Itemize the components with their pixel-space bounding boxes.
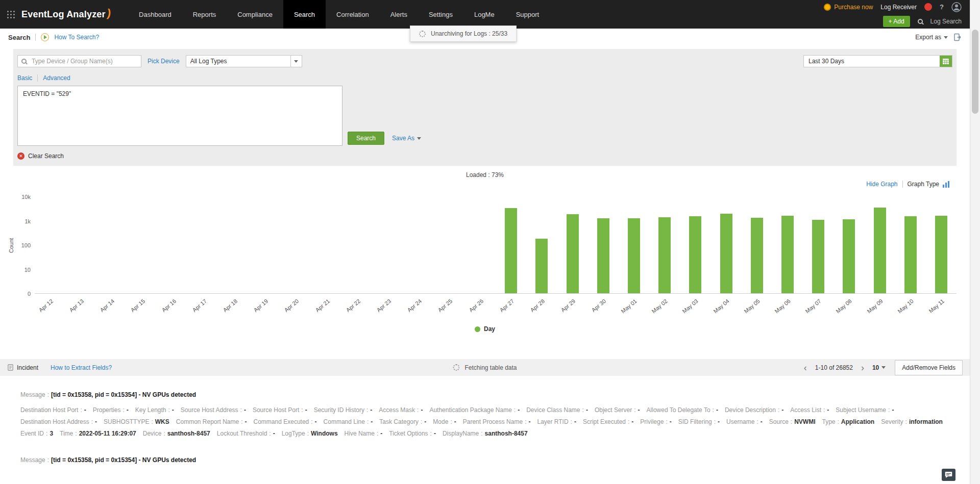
- x-axis-label: Apr 22: [345, 298, 361, 313]
- add-remove-fields-button[interactable]: Add/Remove Fields: [895, 360, 963, 375]
- field-value: -: [718, 418, 720, 425]
- incident-icon: [7, 364, 14, 371]
- navbar-right-bottom-row: + Add Log Search: [883, 16, 962, 27]
- nav-menu: DashboardReportsComplianceSearchCorrelat…: [128, 0, 550, 29]
- nav-item-compliance[interactable]: Compliance: [227, 0, 283, 29]
- field-pair: Access Mask:-: [379, 406, 423, 414]
- separator: :: [311, 418, 312, 425]
- date-range-picker[interactable]: Last 30 Days: [803, 55, 952, 67]
- chart-bar[interactable]: [567, 214, 579, 293]
- field-label: Mode: [433, 418, 448, 425]
- divider: [902, 181, 903, 188]
- pick-device-link[interactable]: Pick Device: [148, 58, 180, 65]
- grid-dots-icon: [7, 11, 9, 12]
- field-pair: Ticket Options:-: [389, 430, 436, 437]
- incident-button[interactable]: Incident: [7, 364, 38, 371]
- apps-grid-icon[interactable]: [0, 0, 21, 29]
- notification-badge-icon[interactable]: [924, 3, 932, 11]
- how-to-search-link[interactable]: How To Search?: [54, 34, 99, 41]
- chart-bar-slot: May 04: [710, 197, 741, 293]
- tab-advanced[interactable]: Advanced: [43, 74, 70, 82]
- nav-item-correlation[interactable]: Correlation: [326, 0, 380, 29]
- export-as-button[interactable]: Export as: [915, 34, 948, 41]
- scrollbar-thumb[interactable]: [972, 30, 978, 114]
- tab-basic[interactable]: Basic: [17, 74, 32, 82]
- x-axis-label: May 09: [866, 298, 884, 314]
- app-logo-text: EventLog Analyzer: [21, 9, 106, 20]
- chart-bar[interactable]: [597, 218, 609, 293]
- chart-bar[interactable]: [751, 218, 763, 293]
- app-logo[interactable]: EventLog Analyzer ): [21, 0, 111, 29]
- separator: :: [122, 406, 124, 414]
- chart-bar[interactable]: [812, 220, 824, 293]
- chat-feedback-button[interactable]: [942, 469, 955, 481]
- log-type-select[interactable]: All Log Types: [186, 55, 302, 67]
- page-size-dropdown[interactable]: 10: [872, 364, 886, 371]
- chart-bar-slot: Apr 24: [403, 197, 434, 293]
- graph-type-button[interactable]: Graph Type: [908, 181, 949, 188]
- device-search-field[interactable]: [17, 55, 141, 67]
- chart-bar-slot: Apr 12: [35, 197, 65, 293]
- log-search-label[interactable]: Log Search: [930, 18, 962, 25]
- chart-bar[interactable]: [628, 218, 640, 293]
- divider: [35, 34, 36, 41]
- chart-bar[interactable]: [689, 216, 701, 293]
- calendar-icon[interactable]: [940, 56, 952, 67]
- x-axis-label: May 07: [804, 298, 822, 314]
- log-receiver-link[interactable]: Log Receiver: [880, 4, 917, 11]
- how-to-extract-fields-link[interactable]: How to Extract Fields?: [51, 364, 112, 371]
- separator: :: [269, 430, 271, 437]
- record-fields-row: Event ID:3Time:2022-05-11 16:29:07Device…: [20, 430, 960, 437]
- chart-bar[interactable]: [658, 217, 671, 293]
- field-value: -: [127, 406, 129, 414]
- chevron-down-icon[interactable]: [290, 56, 302, 67]
- nav-item-logme[interactable]: LogMe: [463, 0, 505, 29]
- help-icon[interactable]: ?: [940, 3, 944, 11]
- field-label: Destination Host Port: [20, 406, 78, 414]
- nav-item-dashboard[interactable]: Dashboard: [128, 0, 182, 29]
- field-pair: Command Executed:-: [254, 418, 317, 425]
- clear-search-button[interactable]: Clear Search: [17, 152, 64, 160]
- field-label: Parent Process Name: [463, 418, 523, 425]
- nav-item-alerts[interactable]: Alerts: [380, 0, 418, 29]
- chart-bar[interactable]: [843, 219, 855, 293]
- chart-bar[interactable]: [781, 216, 794, 293]
- search-panel: Pick Device All Log Types Last 30 Days B…: [13, 49, 957, 166]
- chart-bar-slot: Apr 23: [373, 197, 403, 293]
- chart-bar[interactable]: [874, 208, 886, 293]
- hide-graph-link[interactable]: Hide Graph: [866, 181, 897, 188]
- chart-bar[interactable]: [535, 239, 548, 293]
- chart-bar[interactable]: [935, 216, 947, 293]
- field-label: Source: [769, 418, 789, 425]
- field-pair: Key Length:-: [135, 406, 174, 414]
- chart-bar[interactable]: [505, 208, 517, 293]
- prev-page-button[interactable]: [803, 364, 808, 371]
- search-panel-row: Pick Device All Log Types Last 30 Days: [17, 55, 952, 67]
- query-textarea[interactable]: EVENTID = "529": [17, 86, 342, 146]
- save-as-dropdown[interactable]: Save As: [392, 135, 421, 142]
- pagination-info: 1-10 of 26852: [815, 364, 853, 371]
- search-icon[interactable]: [918, 19, 923, 24]
- chart-bar[interactable]: [904, 216, 917, 293]
- add-button[interactable]: + Add: [883, 16, 910, 27]
- purchase-now-link[interactable]: Purchase now: [824, 4, 873, 11]
- field-value: -: [421, 406, 423, 414]
- nav-item-reports[interactable]: Reports: [182, 0, 227, 29]
- record-message: Message:[tid = 0x15358, pid = 0x15354] -…: [20, 456, 960, 464]
- separator: :: [888, 406, 890, 414]
- device-input[interactable]: [31, 57, 137, 65]
- play-icon[interactable]: [41, 33, 49, 41]
- log-count-chart: Count 10k1k100100 Apr 12Apr 13Apr 14Apr …: [7, 197, 957, 294]
- field-label: Source Host Address: [181, 406, 238, 414]
- search-button[interactable]: Search: [348, 132, 384, 145]
- separator: :: [582, 406, 584, 414]
- user-avatar-icon[interactable]: [951, 2, 962, 12]
- message-value: [tid = 0x15358, pid = 0x15354] - NV GPUs…: [51, 456, 196, 464]
- nav-item-search[interactable]: Search: [283, 0, 326, 29]
- next-page-button[interactable]: [860, 364, 865, 371]
- export-file-icon[interactable]: [953, 33, 962, 41]
- vertical-scrollbar[interactable]: [970, 0, 980, 484]
- nav-item-settings[interactable]: Settings: [418, 0, 463, 29]
- chart-bar[interactable]: [720, 214, 732, 293]
- nav-item-support[interactable]: Support: [505, 0, 550, 29]
